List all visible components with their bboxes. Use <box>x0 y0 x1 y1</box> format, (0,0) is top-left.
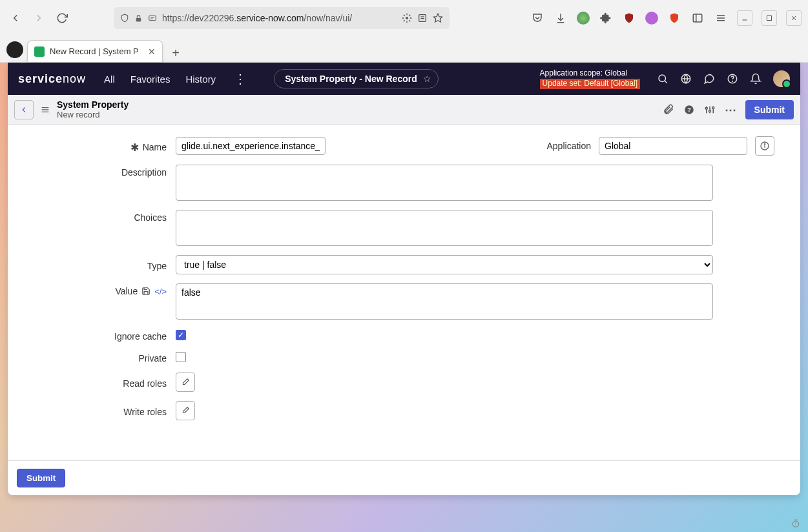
svg-text:?: ? <box>687 107 691 113</box>
close-window-button[interactable] <box>786 10 802 26</box>
hamburger-icon[interactable] <box>714 11 728 25</box>
nav-all[interactable]: All <box>104 74 115 85</box>
sidebar-icon[interactable] <box>690 11 705 25</box>
label-ignore-cache: Ignore cache <box>114 331 167 342</box>
form-help-icon[interactable]: ? <box>683 104 695 116</box>
new-tab-button[interactable]: + <box>167 44 185 62</box>
ignore-cache-checkbox[interactable]: ✓ <box>176 330 186 340</box>
context-menu-icon[interactable] <box>40 105 50 115</box>
minimize-button[interactable] <box>737 10 752 26</box>
name-input[interactable] <box>176 137 326 155</box>
svg-point-34 <box>709 110 710 112</box>
required-asterisk-icon: ✱ <box>130 141 139 154</box>
user-avatar[interactable] <box>773 70 790 87</box>
value-textarea[interactable]: false <box>176 283 713 320</box>
app-window: servicenow All Favorites History ⋮ Syste… <box>8 63 800 495</box>
svg-rect-10 <box>693 14 702 22</box>
pocket-icon[interactable] <box>530 11 544 25</box>
brave-icon[interactable] <box>667 11 681 25</box>
application-info-button[interactable] <box>755 136 774 156</box>
label-name: Name <box>143 142 167 152</box>
attachment-icon[interactable] <box>663 104 674 116</box>
submit-button[interactable]: Submit <box>745 100 794 119</box>
maximize-button[interactable] <box>761 10 777 26</box>
nav-favorites[interactable]: Favorites <box>130 74 171 85</box>
label-choices: Choices <box>134 212 167 223</box>
bookmark-star-icon[interactable] <box>433 13 443 23</box>
svg-rect-1 <box>149 16 156 21</box>
svg-point-24 <box>732 81 733 81</box>
form-header: System Property New record ? ⋯ Submit <box>8 95 800 125</box>
ext-purple-icon[interactable] <box>645 12 658 25</box>
form-title-block: System Property New record <box>57 99 129 119</box>
bell-icon[interactable] <box>750 73 761 85</box>
search-icon[interactable] <box>657 73 668 85</box>
form-footer: Submit <box>8 460 800 495</box>
svg-point-4 <box>406 17 408 19</box>
label-type: Type <box>147 261 167 271</box>
firefox-view-icon[interactable] <box>6 41 23 58</box>
svg-rect-16 <box>767 16 772 21</box>
type-select[interactable]: true | false <box>176 255 713 274</box>
nav-more-icon[interactable]: ⋮ <box>231 71 249 87</box>
tab-title: New Record | System P <box>50 46 143 56</box>
breadcrumb-pill[interactable]: System Property - New Record ☆ <box>274 69 439 88</box>
form-title: System Property <box>57 99 129 110</box>
lock-icon <box>134 14 143 23</box>
shield-icon <box>120 14 129 23</box>
application-input[interactable] <box>599 137 747 155</box>
svg-point-35 <box>712 107 714 108</box>
globe-icon[interactable] <box>680 73 692 85</box>
label-read-roles: Read roles <box>123 378 167 389</box>
description-textarea[interactable] <box>176 165 713 201</box>
browser-chrome: https://dev220296.service-now.com/now/na… <box>0 0 808 63</box>
form-back-button[interactable] <box>14 100 34 119</box>
ublock-icon[interactable] <box>622 11 636 25</box>
permissions-icon <box>148 14 157 23</box>
code-icon[interactable]: </> <box>154 287 167 296</box>
pill-text: System Property - New Record <box>285 74 417 84</box>
svg-point-19 <box>659 75 666 82</box>
scope-line2: Update set: Default [Global] <box>540 79 640 89</box>
nav-history[interactable]: History <box>185 74 216 85</box>
form-subtitle: New record <box>57 110 129 119</box>
downloads-icon[interactable] <box>554 11 568 25</box>
svg-line-20 <box>665 81 667 83</box>
help-icon[interactable] <box>727 73 738 85</box>
chat-icon[interactable] <box>703 73 715 85</box>
svg-rect-0 <box>136 17 141 21</box>
save-icon[interactable] <box>141 287 150 296</box>
form-body: ✱Name Application Description Choices Ty… <box>8 125 800 460</box>
choices-textarea[interactable] <box>176 210 713 246</box>
label-value: Value <box>115 286 138 296</box>
extension-icon[interactable] <box>402 13 412 23</box>
write-roles-edit-button[interactable] <box>176 401 195 420</box>
browser-reload-button[interactable] <box>53 9 71 27</box>
servicenow-logo[interactable]: servicenow <box>18 72 86 86</box>
address-bar[interactable]: https://dev220296.service-now.com/now/na… <box>114 7 450 29</box>
tab-close-icon[interactable]: ✕ <box>148 46 156 57</box>
label-private: Private <box>138 353 167 363</box>
private-checkbox[interactable] <box>176 352 186 362</box>
browser-tab[interactable]: New Record | System P ✕ <box>27 40 163 62</box>
submit-button-footer[interactable]: Submit <box>17 469 65 487</box>
app-top-nav: servicenow All Favorites History ⋮ Syste… <box>8 63 800 95</box>
scope-info: Application scope: Global Update set: De… <box>540 68 640 88</box>
svg-marker-8 <box>433 14 442 22</box>
scope-line1: Application scope: Global <box>540 68 640 79</box>
personalize-icon[interactable] <box>704 104 716 116</box>
read-roles-edit-button[interactable] <box>176 373 195 392</box>
extensions-icon[interactable] <box>599 11 613 25</box>
url-text: https://dev220296.service-now.com/now/na… <box>162 13 352 23</box>
browser-back-button[interactable] <box>6 9 25 27</box>
browser-forward-button[interactable] <box>30 9 48 27</box>
label-application: Application <box>547 141 592 151</box>
svg-point-33 <box>705 107 707 109</box>
svg-point-38 <box>764 144 765 145</box>
profile-ext-icon[interactable] <box>577 12 590 25</box>
reader-icon[interactable] <box>417 13 428 23</box>
label-description: Description <box>121 167 167 178</box>
more-actions-icon[interactable]: ⋯ <box>725 103 736 117</box>
favicon-icon <box>34 46 45 57</box>
favorite-star-icon[interactable]: ☆ <box>423 74 431 84</box>
